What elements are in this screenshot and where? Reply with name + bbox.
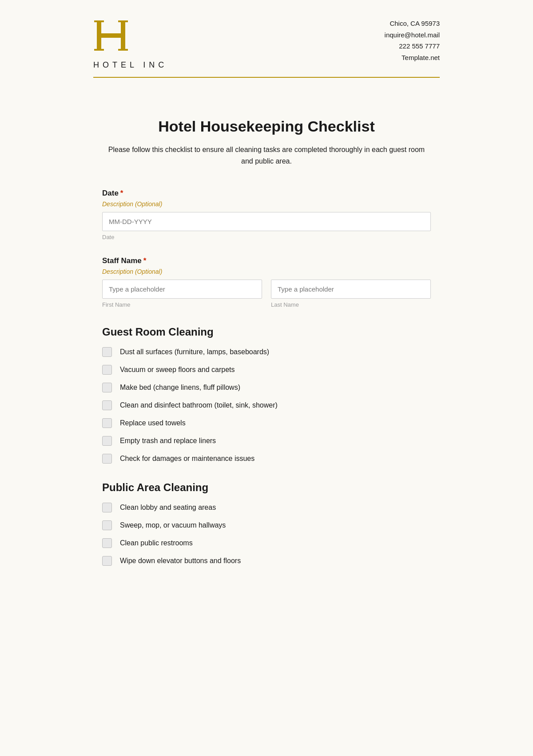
public-checkbox-3[interactable]: [102, 556, 112, 566]
checklist-label: Clean and disinfect bathroom (toilet, si…: [120, 401, 278, 409]
first-name-hint: First Name: [102, 301, 262, 308]
checkbox-0[interactable]: [102, 347, 112, 357]
main-content: Hotel Housekeeping Checklist Please foll…: [67, 78, 466, 600]
checklist-label: Wipe down elevator buttons and floors: [120, 557, 241, 565]
last-name-field: Last Name: [271, 280, 431, 308]
checklist-label: Sweep, mop, or vacuum hallways: [120, 521, 226, 529]
date-label: Date*: [102, 189, 431, 198]
logo-area: HOTEL INC: [93, 18, 167, 70]
page-title: Hotel Housekeeping Checklist: [102, 118, 431, 135]
page: HOTEL INC Chico, CA 95973 inquire@hotel.…: [67, 0, 466, 756]
contact-website: Template.net: [385, 52, 440, 64]
date-input[interactable]: [102, 212, 431, 231]
guest-room-checklist: Dust all surfaces (furniture, lamps, bas…: [102, 347, 431, 464]
header: HOTEL INC Chico, CA 95973 inquire@hotel.…: [67, 0, 466, 70]
checklist-label: Dust all surfaces (furniture, lamps, bas…: [120, 348, 269, 356]
svg-rect-3: [94, 20, 104, 22]
checkbox-5[interactable]: [102, 436, 112, 446]
date-description: Description (Optional): [102, 200, 431, 208]
checklist-label: Clean public restrooms: [120, 539, 193, 547]
public-checkbox-1[interactable]: [102, 520, 112, 530]
staff-name-label: Staff Name*: [102, 256, 431, 265]
logo-name: HOTEL INC: [93, 60, 167, 70]
checkbox-2[interactable]: [102, 383, 112, 392]
checklist-label: Replace used towels: [120, 419, 186, 427]
svg-rect-4: [94, 49, 104, 51]
list-item: Clean public restrooms: [102, 538, 431, 548]
checkbox-4[interactable]: [102, 418, 112, 428]
contact-address: Chico, CA 95973: [385, 18, 440, 29]
public-area-checklist: Clean lobby and seating areasSweep, mop,…: [102, 503, 431, 566]
checkbox-1[interactable]: [102, 365, 112, 375]
checklist-label: Make bed (change linens, fluff pillows): [120, 384, 240, 392]
first-name-input[interactable]: [102, 280, 262, 299]
public-checkbox-0[interactable]: [102, 503, 112, 512]
staff-required-star: *: [143, 256, 147, 265]
list-item: Vacuum or sweep floors and carpets: [102, 365, 431, 375]
svg-rect-6: [118, 49, 128, 51]
list-item: Clean lobby and seating areas: [102, 503, 431, 512]
checklist-label: Clean lobby and seating areas: [120, 504, 216, 512]
list-item: Empty trash and replace liners: [102, 436, 431, 446]
first-name-field: First Name: [102, 280, 262, 308]
public-checkbox-2[interactable]: [102, 538, 112, 548]
contact-email: inquire@hotel.mail: [385, 29, 440, 41]
list-item: Replace used towels: [102, 418, 431, 428]
list-item: Make bed (change linens, fluff pillows): [102, 383, 431, 392]
list-item: Check for damages or maintenance issues: [102, 454, 431, 464]
last-name-input[interactable]: [271, 280, 431, 299]
guest-room-heading: Guest Room Cleaning: [102, 326, 431, 338]
last-name-hint: Last Name: [271, 301, 431, 308]
date-hint: Date: [102, 234, 431, 240]
logo-h-icon: [93, 18, 129, 59]
checklist-label: Check for damages or maintenance issues: [120, 455, 255, 463]
staff-description: Description (Optional): [102, 268, 431, 275]
list-item: Clean and disinfect bathroom (toilet, si…: [102, 400, 431, 410]
list-item: Wipe down elevator buttons and floors: [102, 556, 431, 566]
checkbox-6[interactable]: [102, 454, 112, 464]
public-area-heading: Public Area Cleaning: [102, 481, 431, 494]
checklist-label: Vacuum or sweep floors and carpets: [120, 366, 235, 374]
list-item: Dust all surfaces (furniture, lamps, bas…: [102, 347, 431, 357]
list-item: Sweep, mop, or vacuum hallways: [102, 520, 431, 530]
checklist-label: Empty trash and replace liners: [120, 437, 216, 445]
name-row: First Name Last Name: [102, 280, 431, 308]
contact-info: Chico, CA 95973 inquire@hotel.mail 222 5…: [385, 18, 440, 63]
date-required-star: *: [120, 189, 123, 197]
contact-phone: 222 555 7777: [385, 40, 440, 52]
svg-rect-5: [118, 20, 128, 22]
date-section: Date* Description (Optional) Date: [102, 189, 431, 240]
svg-rect-2: [97, 33, 125, 38]
checkbox-3[interactable]: [102, 400, 112, 410]
page-description: Please follow this checklist to ensure a…: [107, 144, 426, 167]
staff-name-section: Staff Name* Description (Optional) First…: [102, 256, 431, 308]
